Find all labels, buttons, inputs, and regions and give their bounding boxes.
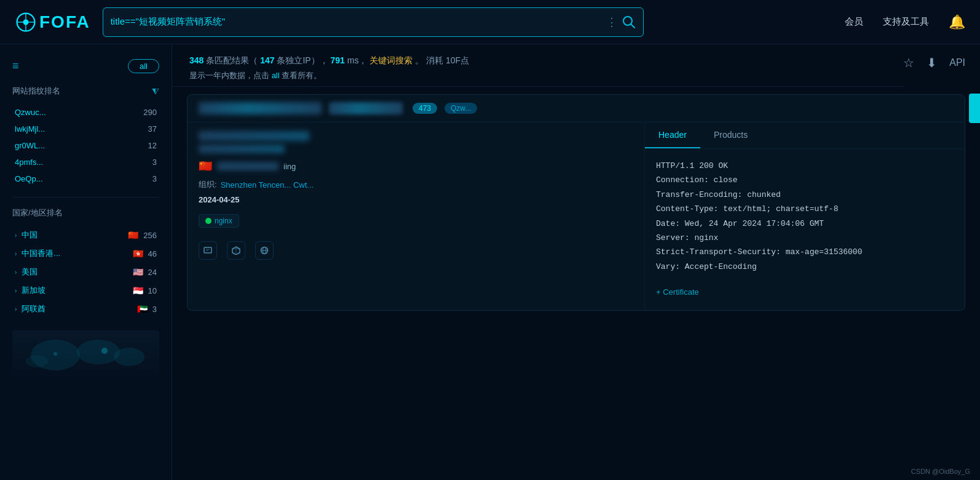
ip-address2-blurred (329, 102, 403, 114)
certificate-button[interactable]: + Certificate (656, 284, 954, 300)
sidebar-country-item[interactable]: › 新加坡 🇸🇬 10 (12, 281, 159, 300)
header: FOFA ⋮ 会员 支持及工具 🔔 (0, 0, 980, 44)
header-line: Vary: Accept-Encoding (656, 260, 954, 274)
header-line: Strict-Transport-Security: max-age=31536… (656, 245, 954, 259)
world-map (12, 330, 159, 380)
unique-ip-count: 147 (260, 55, 274, 65)
section-divider (12, 197, 159, 198)
site-title-blurred (199, 131, 309, 141)
card-body: 🇨🇳 iing 组织: Shenzhen Tencen... Cwt... 20… (188, 122, 965, 310)
sidebar-country-item[interactable]: › 美国 🇺🇸 24 (12, 263, 159, 281)
sidebar-country-item[interactable]: › 中国香港... 🇭🇰 46 (12, 244, 159, 263)
svg-line-5 (631, 24, 634, 28)
sidebar-fingerprint-item[interactable]: lwkjMjl... 37 (12, 121, 159, 137)
location-blurred (217, 162, 279, 170)
header-line: Server: nginx (656, 231, 954, 245)
server-dot-icon (205, 218, 211, 224)
header-content: HTTP/1.1 200 OKConnection: closeTransfer… (645, 149, 965, 310)
ip-address-blurred (199, 102, 322, 114)
api-button[interactable]: API (949, 57, 965, 68)
query-time: 791 (331, 55, 345, 65)
fingerprint-filter-icon[interactable]: ⧨ (152, 86, 159, 97)
search-bar[interactable]: ⋮ (103, 7, 644, 37)
result-count: 348 (189, 55, 204, 65)
org-label: 组织: (199, 179, 217, 190)
globe-icon[interactable] (255, 241, 274, 260)
content: 348 条匹配结果（ 147 条独立IP）， 791 ms， 关键词搜索 。 消… (172, 44, 980, 480)
sidebar-fingerprint-item[interactable]: gr0WL... 12 (12, 137, 159, 154)
header-line: HTTP/1.1 200 OK (656, 159, 954, 173)
location-text: iing (283, 162, 296, 171)
header-line: Content-Type: text/html; charset=utf-8 (656, 202, 954, 216)
main: ≡ all 网站指纹排名 ⧨ Qzwuc... 290 lwkjMjl... 3… (0, 44, 980, 480)
notification-bell-icon[interactable]: 🔔 (949, 14, 965, 30)
logo-text: FOFA (39, 12, 90, 32)
results-sub: 显示一年内数据，点击 all 查看所有。 (189, 70, 886, 81)
sidebar: ≡ all 网站指纹排名 ⧨ Qzwuc... 290 lwkjMjl... 3… (0, 44, 172, 480)
cube-icon[interactable] (227, 241, 245, 260)
header-line: Date: Wed, 24 Apr 2024 17:04:06 GMT (656, 217, 954, 231)
filter-all-button[interactable]: all (128, 59, 159, 73)
cyan-tab[interactable] (969, 94, 980, 123)
location-row: 🇨🇳 iing (199, 159, 633, 173)
tab-products[interactable]: Products (700, 122, 761, 148)
server-name: nginx (215, 217, 232, 225)
svg-point-8 (114, 348, 144, 366)
result-card: 473 Qzw... 🇨🇳 iing 组织: Shenzhen (187, 94, 965, 311)
search-options-icon[interactable]: ⋮ (606, 15, 617, 29)
svg-point-7 (77, 340, 120, 364)
top-right-actions: ☆ ⬇ API (903, 44, 980, 70)
footer-credit: CSDN @OidBoy_G (911, 468, 970, 475)
card-action-icons (199, 241, 633, 260)
results-stats: 348 条匹配结果（ 147 条独立IP）， 791 ms， 关键词搜索 。 消… (189, 55, 886, 66)
header-nav: 会员 支持及工具 🔔 (845, 14, 965, 30)
tabs-row: Header Products (645, 122, 965, 149)
country-section-title: 国家/地区排名 (12, 207, 159, 218)
org-row: 组织: Shenzhen Tencen... Cwt... (199, 179, 633, 190)
header-lines: HTTP/1.1 200 OKConnection: closeTransfer… (656, 159, 954, 274)
download-icon[interactable]: ⬇ (927, 55, 937, 70)
sidebar-fingerprint-item[interactable]: Qzwuc... 290 (12, 104, 159, 121)
search-button[interactable] (622, 15, 636, 29)
fingerprint-list: Qzwuc... 290 lwkjMjl... 37 gr0WL... 12 4… (12, 104, 159, 187)
screenshot-icon[interactable] (199, 241, 217, 260)
china-flag-icon: 🇨🇳 (199, 159, 212, 173)
fofa-logo-icon (15, 11, 37, 33)
nav-member[interactable]: 会员 (845, 16, 863, 28)
country-list: › 中国 🇨🇳 256 › 中国香港... 🇭🇰 46 › 美国 🇺🇸 24 ›… (12, 226, 159, 318)
site-subtitle-blurred (199, 145, 285, 153)
keyword-search-link[interactable]: 关键词搜索 (369, 55, 413, 65)
tag-badge: Qzw... (445, 103, 477, 114)
star-icon[interactable]: ☆ (903, 55, 914, 70)
card-right: Header Products HTTP/1.1 200 OKConnectio… (645, 122, 965, 310)
date-value: 2024-04-25 (199, 195, 633, 204)
svg-point-11 (53, 352, 57, 356)
sidebar-fingerprint-item[interactable]: 4pmfs... 3 (12, 154, 159, 170)
sidebar-country-item[interactable]: › 中国 🇨🇳 256 (12, 226, 159, 244)
map-svg (18, 334, 154, 377)
result-count-badge: 473 (413, 103, 437, 114)
sidebar-country-item[interactable]: › 阿联酋 🇦🇪 3 (12, 300, 159, 318)
sidebar-filter-row: ≡ all (12, 59, 159, 73)
svg-point-9 (26, 355, 48, 367)
fingerprint-section-title: 网站指纹排名 ⧨ (12, 86, 159, 97)
filter-icon[interactable]: ≡ (12, 60, 19, 73)
header-line: Transfer-Encoding: chunked (656, 188, 954, 202)
svg-point-10 (101, 348, 108, 354)
org-value[interactable]: Shenzhen Tencen... Cwt... (221, 180, 314, 190)
search-icon (622, 15, 636, 29)
content-header: 348 条匹配结果（ 147 条独立IP）， 791 ms， 关键词搜索 。 消… (172, 44, 980, 87)
search-input[interactable] (111, 17, 601, 27)
card-top: 473 Qzw... (188, 95, 965, 122)
server-badge: nginx (199, 214, 239, 228)
results-bar: 348 条匹配结果（ 147 条独立IP）， 791 ms， 关键词搜索 。 消… (172, 44, 903, 87)
tab-header[interactable]: Header (645, 122, 700, 148)
sidebar-fingerprint-item[interactable]: OeQp... 3 (12, 170, 159, 187)
all-data-link[interactable]: all (272, 71, 280, 80)
logo: FOFA (15, 11, 90, 33)
nav-tools[interactable]: 支持及工具 (883, 16, 929, 28)
header-line: Connection: close (656, 173, 954, 187)
card-left: 🇨🇳 iing 组织: Shenzhen Tencen... Cwt... 20… (188, 122, 645, 310)
